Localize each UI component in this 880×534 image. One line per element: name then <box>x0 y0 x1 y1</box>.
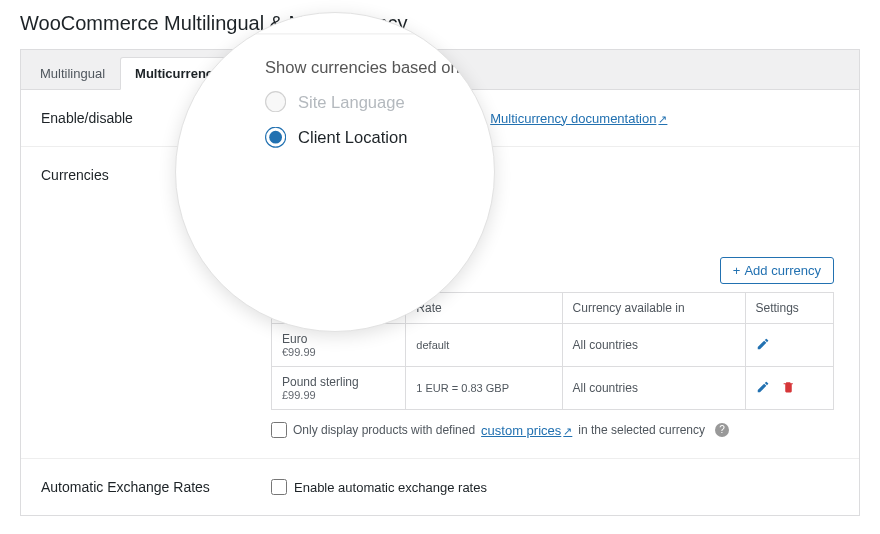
col-rate: Rate <box>406 293 562 324</box>
currency-available: All countries <box>562 324 745 367</box>
section-currencies: Currencies Show currencies based on Site… <box>21 147 859 459</box>
enable-auto-rates-checkbox[interactable] <box>271 479 287 495</box>
radio-client-location[interactable] <box>271 225 289 243</box>
section-enable-label: Enable/disable <box>21 110 271 126</box>
section-enable: Enable/disable Enable the multicurrency … <box>21 90 859 147</box>
enable-multicurrency-checkbox[interactable] <box>271 110 287 126</box>
col-currency: Currency <box>272 293 406 324</box>
section-auto-rates-label: Automatic Exchange Rates <box>21 479 271 495</box>
custom-prices-link[interactable]: custom prices↗ <box>481 423 572 438</box>
table-row: Pound sterling £99.99 1 EUR = 0.83 GBP A… <box>272 367 834 410</box>
currency-price: €99.99 <box>282 346 395 358</box>
radio-site-language-label: Site Language <box>299 196 389 212</box>
currency-name: Pound sterling <box>282 375 395 389</box>
only-display-text-post: in the selected currency <box>578 423 705 437</box>
currency-name: Euro <box>282 332 395 346</box>
external-link-icon: ↗ <box>658 113 667 125</box>
table-row: Euro €99.99 default All countries <box>272 324 834 367</box>
edit-icon[interactable] <box>756 337 770 354</box>
radio-client-location-label: Client Location <box>299 226 392 242</box>
external-link-icon: ↗ <box>563 425 572 437</box>
currencies-table: Currency Rate Currency available in Sett… <box>271 292 834 410</box>
add-currency-button[interactable]: + Add currency <box>720 257 834 284</box>
page-title: WooCommerce Multilingual & Multicurrency <box>0 0 880 43</box>
delete-icon[interactable] <box>782 380 795 397</box>
edit-icon[interactable] <box>756 380 770 397</box>
currency-available: All countries <box>562 367 745 410</box>
currency-price: £99.99 <box>282 389 395 401</box>
currency-rate: default <box>406 324 562 367</box>
currency-rate: 1 EUR = 0.83 GBP <box>406 367 562 410</box>
multicurrency-doc-link[interactable]: Multicurrency documentation↗ <box>490 111 667 126</box>
settings-panel: Multilingual Multicurrency Enable/disabl… <box>20 49 860 516</box>
enable-multicurrency-label: Enable the multicurrency mode <box>294 111 473 126</box>
only-display-checkbox[interactable] <box>271 422 287 438</box>
help-tip-icon[interactable]: ? <box>715 423 729 437</box>
tab-multilingual[interactable]: Multilingual <box>25 57 120 90</box>
col-available: Currency available in <box>562 293 745 324</box>
tabs: Multilingual Multicurrency <box>21 50 859 90</box>
section-auto-rates: Automatic Exchange Rates Enable automati… <box>21 459 859 515</box>
col-settings: Settings <box>745 293 834 324</box>
radio-site-language[interactable] <box>271 195 289 213</box>
show-currencies-heading: Show currencies based on <box>271 167 834 183</box>
tab-multicurrency[interactable]: Multicurrency <box>120 57 235 90</box>
only-display-text-pre: Only display products with defined <box>293 423 475 437</box>
section-currencies-label: Currencies <box>21 167 271 438</box>
enable-auto-rates-label: Enable automatic exchange rates <box>294 480 487 495</box>
plus-icon: + <box>733 263 741 278</box>
